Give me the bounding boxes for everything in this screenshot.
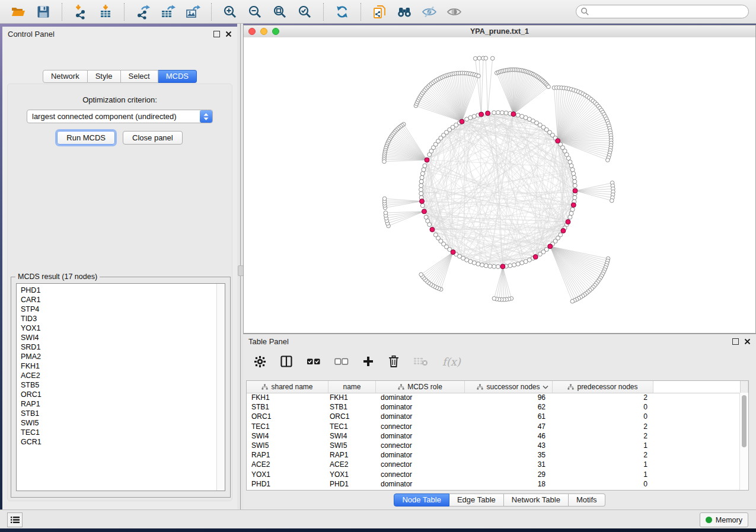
tab-network-table[interactable]: Network Table — [504, 493, 569, 507]
mcds-result-item[interactable]: ORC1 — [17, 390, 225, 399]
float-panel-icon[interactable] — [213, 31, 220, 37]
memory-status-icon — [706, 517, 712, 523]
search-input[interactable] — [576, 5, 749, 18]
table-row[interactable]: FKH1FKH1dominator962 — [247, 393, 740, 402]
mcds-result-item[interactable]: PHD1 — [17, 286, 225, 295]
network-graph[interactable] — [244, 37, 755, 333]
memory-button[interactable]: Memory — [700, 512, 748, 527]
tab-select[interactable]: Select — [121, 70, 158, 83]
window-close-icon[interactable] — [248, 28, 256, 35]
tab-style[interactable]: Style — [88, 70, 121, 83]
mcds-result-list[interactable]: PHD1CAR1STP4TID3YOX1SWI4SRD1PMA2FKH1ACE2… — [16, 283, 225, 491]
refresh-view-icon[interactable] — [333, 3, 351, 21]
close-panel-icon[interactable] — [744, 338, 751, 345]
mcds-result-item[interactable]: STB5 — [17, 380, 225, 390]
delete-table-icon — [413, 356, 429, 367]
mcds-result-item[interactable]: TID3 — [17, 314, 225, 323]
tab-edge-table[interactable]: Edge Table — [449, 493, 504, 507]
mcds-result-item[interactable]: STP4 — [17, 305, 225, 314]
table-row[interactable]: STB1STB1dominator620 — [247, 402, 740, 412]
export-network-icon[interactable] — [134, 3, 152, 21]
tab-motifs[interactable]: Motifs — [569, 493, 605, 507]
export-table-icon[interactable] — [159, 3, 177, 21]
scrollbar-thumb[interactable] — [742, 395, 747, 447]
node-table: shared namenameMCDS rolesuccessor nodesp… — [246, 380, 749, 491]
show-column-panel-icon[interactable] — [280, 355, 293, 368]
optimization-criterion-select[interactable]: largest connected component (undirected) — [27, 110, 213, 123]
tab-mcds[interactable]: MCDS — [158, 70, 197, 83]
find-icon[interactable] — [395, 3, 413, 21]
mcds-result-item[interactable]: FKH1 — [17, 361, 225, 371]
table-row[interactable]: SWI4SWI4dominator462 — [247, 431, 740, 441]
export-image-icon[interactable] — [184, 3, 202, 21]
control-panel: Control Panel NetworkStyleSelectMCDS Opt… — [2, 27, 237, 509]
clone-network-icon[interactable] — [371, 3, 388, 21]
tab-node-table[interactable]: Node Table — [394, 493, 449, 507]
network-canvas[interactable] — [244, 37, 755, 333]
delete-columns-icon[interactable] — [388, 355, 400, 368]
select-all-rows-icon[interactable] — [307, 357, 321, 366]
open-session-icon[interactable] — [9, 3, 27, 21]
main-toolbar — [0, 0, 756, 24]
mcds-result-item[interactable]: GCR1 — [17, 437, 225, 447]
panel-splitter[interactable] — [237, 24, 243, 509]
window-maximize-icon[interactable] — [272, 28, 279, 35]
memory-label: Memory — [716, 516, 742, 524]
table-row[interactable]: ORC1ORC1dominator610 — [247, 412, 740, 421]
deselect-all-rows-icon[interactable] — [334, 357, 349, 366]
table-row[interactable]: SWI5SWI5connector431 — [247, 441, 740, 450]
show-graphics-details-icon[interactable] — [445, 3, 463, 21]
close-panel-icon[interactable] — [225, 31, 232, 37]
toolbar-separator — [323, 3, 324, 21]
mcds-result-item[interactable]: CAR1 — [17, 295, 225, 305]
window-minimize-icon[interactable] — [260, 28, 267, 35]
mcds-result-item[interactable]: SRD1 — [17, 342, 225, 352]
table-scrollbar[interactable] — [739, 393, 748, 490]
network-window-titlebar[interactable]: YPA_prune.txt_1 — [244, 25, 755, 38]
column-header-successor-nodes[interactable]: successor nodes — [465, 381, 553, 393]
table-row[interactable]: TEC1TEC1connector472 — [247, 422, 740, 431]
select-stepper-icon — [200, 110, 212, 123]
save-session-icon[interactable] — [34, 3, 52, 21]
mcds-result-item[interactable]: ACE2 — [17, 371, 225, 380]
column-header-shared-name[interactable]: shared name — [247, 381, 328, 393]
zoom-in-icon[interactable] — [221, 3, 239, 21]
table-mode-gear-icon[interactable] — [254, 355, 266, 368]
create-column-icon[interactable] — [362, 355, 374, 367]
tab-network[interactable]: Network — [43, 70, 88, 83]
table-row[interactable]: ACE2ACE2connector311 — [247, 460, 740, 469]
mcds-result-item[interactable]: SWI5 — [17, 418, 225, 428]
mcds-result-title: MCDS result (17 nodes) — [15, 273, 100, 281]
network-view-window: YPA_prune.txt_1 — [243, 25, 756, 334]
zoom-selected-icon[interactable] — [296, 3, 314, 21]
hide-unhide-graphics-icon[interactable] — [420, 3, 438, 21]
run-mcds-button[interactable]: Run MCDS — [57, 131, 115, 145]
table-row[interactable]: PHD1PHD1dominator180 — [247, 479, 740, 489]
mcds-result-item[interactable]: PMA2 — [17, 352, 225, 361]
panel-menu-button[interactable] — [7, 512, 23, 527]
mcds-result-item[interactable]: SWI4 — [17, 333, 225, 342]
table-row[interactable]: RAP1RAP1dominator352 — [247, 450, 740, 460]
table-panel-titlebar: Table Panel — [243, 334, 756, 348]
close-panel-button[interactable]: Close panel — [123, 131, 183, 145]
mcds-result-item[interactable]: RAP1 — [17, 399, 225, 409]
mcds-list-scrollbar[interactable] — [216, 284, 225, 491]
table-body: FKH1FKH1dominator962STB1STB1dominator620… — [247, 393, 740, 490]
zoom-out-icon[interactable] — [246, 3, 264, 21]
mcds-result-item[interactable]: YOX1 — [17, 323, 225, 333]
table-header: shared namenameMCDS rolesuccessor nodesp… — [247, 381, 748, 393]
zoom-fit-icon[interactable] — [271, 3, 289, 21]
import-network-icon[interactable] — [72, 3, 90, 21]
column-header-predecessor-nodes[interactable]: predecessor nodes — [553, 381, 653, 393]
mcds-result-item[interactable]: TEC1 — [17, 428, 225, 437]
column-header-MCDS-role[interactable]: MCDS role — [376, 381, 465, 393]
float-panel-icon[interactable] — [732, 338, 739, 345]
control-panel-tabs: NetworkStyleSelectMCDS — [43, 70, 197, 83]
column-header-name[interactable]: name — [328, 381, 376, 393]
import-table-icon[interactable] — [97, 3, 114, 21]
table-panel-title: Table Panel — [248, 337, 732, 346]
column-header-filler — [653, 381, 740, 393]
toolbar-separator — [62, 3, 62, 21]
table-row[interactable]: YOX1YOX1connector291 — [247, 470, 740, 479]
mcds-result-item[interactable]: STB1 — [17, 409, 225, 418]
